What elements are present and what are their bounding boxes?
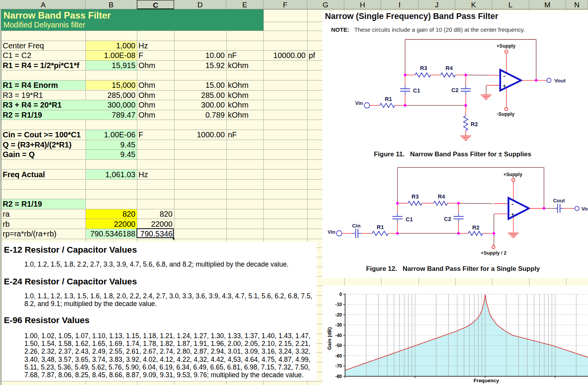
svg-text:R2: R2 [471,121,478,127]
svg-text:+Supply: +Supply [497,43,516,49]
svg-text:R1: R1 [385,96,392,102]
svg-text:-70: -70 [335,363,342,369]
svg-text:R2: R2 [472,224,480,231]
svg-text:-60: -60 [335,353,342,359]
svg-text:C2: C2 [451,87,459,93]
svg-text:+: + [511,211,514,217]
svg-text:-50: -50 [335,343,342,348]
svg-text:-: - [511,200,514,207]
svg-text:Cout: Cout [553,198,565,204]
svg-text:Cin: Cin [352,223,361,229]
svg-text:C1: C1 [413,87,420,94]
svg-text:-: - [503,72,506,79]
svg-text:-10: -10 [335,302,342,307]
svg-text:NOTE:: NOTE: [331,26,349,33]
svg-text:R4: R4 [446,65,453,71]
svg-text:-80: -80 [335,374,342,379]
svg-text:Figure 12. Narrow Band Pass: Figure 12. Narrow Band Pass Filter for a… [366,265,540,272]
svg-text:-30: -30 [335,322,342,328]
svg-text:Gain (dB): Gain (dB) [326,327,332,350]
svg-text:Vout: Vout [554,78,566,84]
svg-text:+Supply: +Supply [503,172,522,177]
svg-text:0: 0 [339,292,342,297]
svg-text:+Supply / 2: +Supply / 2 [481,250,506,256]
svg-text:R1: R1 [377,224,384,230]
svg-text:C1: C1 [406,216,413,222]
svg-text:R3: R3 [412,193,419,200]
svg-text:Vin: Vin [355,100,363,106]
svg-text:+: + [503,82,506,89]
svg-text:C2: C2 [444,216,451,222]
svg-text:These circuits include a gain: These circuits include a gain of 10 (20 … [354,26,525,33]
svg-text:-40: -40 [335,333,342,338]
svg-text:Vout: Vout [581,206,588,212]
svg-text:Figure 11. Narrow Band Pass: Figure 11. Narrow Band Pass Filter for ±… [374,151,531,158]
svg-text:R4: R4 [438,193,445,200]
svg-text:R3: R3 [420,65,427,71]
svg-text:-Supply: -Supply [497,111,514,117]
svg-text:Narrow (Single Frequency) Band: Narrow (Single Frequency) Band Pass Filt… [325,12,499,21]
svg-text:-20: -20 [335,312,342,318]
svg-text:Vin: Vin [328,229,335,235]
svg-text:Frequency: Frequency [473,378,499,383]
